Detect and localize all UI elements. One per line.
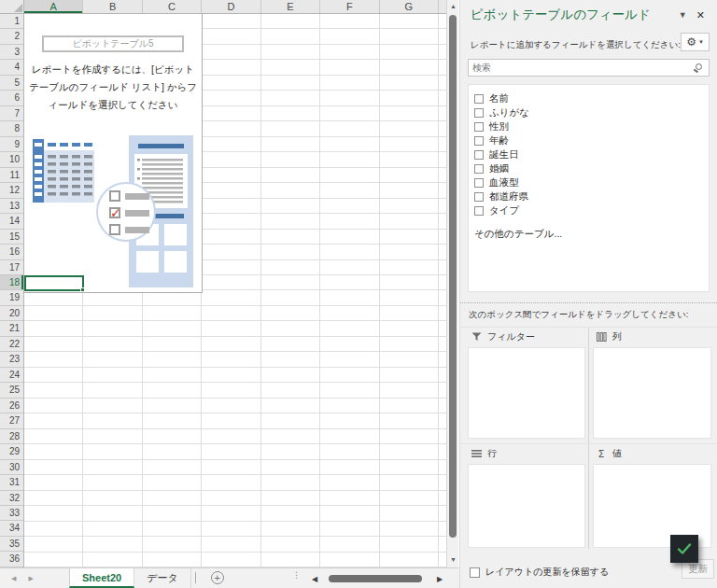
row-header-19[interactable]: 19: [0, 290, 23, 305]
field-label: 性別: [489, 120, 509, 133]
column-header-E[interactable]: E: [261, 0, 320, 13]
row-header-6[interactable]: 6: [0, 91, 23, 105]
gear-chevron-down-icon: ▼: [698, 39, 704, 45]
rows-drop-zone[interactable]: [468, 464, 585, 548]
row-header-25[interactable]: 25: [0, 383, 23, 398]
row-header-21[interactable]: 21: [0, 321, 23, 336]
horizontal-scroll-track[interactable]: [321, 571, 433, 586]
row-header-26[interactable]: 26: [0, 399, 23, 413]
field-item-年齢[interactable]: 年齢: [474, 133, 709, 147]
tools-gear-button[interactable]: ⚙ ▼: [681, 33, 710, 51]
field-checkbox[interactable]: [474, 206, 484, 216]
row-header-24[interactable]: 24: [0, 368, 23, 383]
active-cell-A18[interactable]: [24, 275, 84, 291]
row-header-27[interactable]: 27: [0, 413, 23, 428]
row-header-17[interactable]: 17: [0, 260, 23, 275]
vertical-scroll-thumb[interactable]: [449, 15, 457, 538]
field-checkbox[interactable]: [474, 94, 484, 104]
row-header-10[interactable]: 10: [0, 152, 23, 167]
column-header-D[interactable]: D: [202, 0, 260, 13]
row-header-35[interactable]: 35: [0, 537, 23, 552]
row-header-32[interactable]: 32: [0, 491, 23, 506]
row-header-1[interactable]: 1: [0, 14, 23, 29]
field-item-ふりがな[interactable]: ふりがな: [474, 105, 709, 119]
field-item-性別[interactable]: 性別: [474, 119, 709, 133]
row-header-8[interactable]: 8: [0, 121, 23, 136]
row-header-16[interactable]: 16: [0, 245, 23, 259]
field-checkbox[interactable]: [474, 108, 484, 118]
field-checkbox[interactable]: [474, 122, 484, 132]
add-sheet-button[interactable]: +: [211, 571, 224, 584]
field-item-誕生日[interactable]: 誕生日: [474, 147, 709, 161]
sheet-tab-bar: ◀ ▶ Sheet20 データ + ⋮ ◀ ▶: [0, 567, 459, 588]
fill-handle[interactable]: [80, 287, 85, 292]
pivot-instructions: レポートを作成するには、[ピボットテーブルのフィールド リスト] からフィールド…: [28, 61, 198, 114]
field-checkbox[interactable]: [474, 136, 484, 146]
column-header-partial[interactable]: [439, 0, 446, 13]
scroll-right-icon[interactable]: ▶: [433, 575, 446, 583]
field-item-婚姻[interactable]: 婚姻: [474, 161, 709, 175]
row-header-29[interactable]: 29: [0, 444, 23, 459]
columns-drop-zone[interactable]: [593, 347, 711, 439]
pane-close-icon[interactable]: ✕: [692, 7, 710, 23]
select-all-corner[interactable]: [0, 0, 24, 14]
horizontal-scrollbar[interactable]: ◀ ▶: [308, 571, 446, 586]
scroll-left-icon[interactable]: ◀: [308, 575, 321, 583]
row-header-2[interactable]: 2: [0, 29, 23, 44]
horizontal-scroll-thumb[interactable]: [329, 575, 422, 582]
column-headers: ABCDEFG: [24, 0, 446, 14]
row-header-34[interactable]: 34: [0, 521, 23, 536]
tab-nav-left-icon[interactable]: ◀: [11, 575, 16, 582]
scroll-up-icon[interactable]: ▲: [447, 0, 459, 12]
pane-options-chevron-down-icon[interactable]: ▼: [674, 8, 692, 21]
row-header-13[interactable]: 13: [0, 199, 23, 214]
field-item-名前[interactable]: 名前: [474, 91, 709, 105]
row-header-9[interactable]: 9: [0, 137, 23, 152]
row-header-4[interactable]: 4: [0, 60, 23, 75]
gear-icon: ⚙: [686, 36, 696, 48]
row-header-20[interactable]: 20: [0, 306, 23, 321]
field-label: タイプ: [489, 204, 519, 217]
row-header-33[interactable]: 33: [0, 506, 23, 521]
row-header-5[interactable]: 5: [0, 76, 23, 91]
tab-nav-right-icon[interactable]: ▶: [28, 575, 33, 582]
column-header-F[interactable]: F: [320, 0, 379, 13]
column-header-A[interactable]: A: [24, 0, 83, 13]
row-header-18[interactable]: 18: [0, 275, 23, 290]
row-header-30[interactable]: 30: [0, 460, 23, 475]
field-checkbox[interactable]: [474, 192, 484, 202]
pane-header: ピボットテーブルのフィールド ▼ ✕: [471, 7, 710, 23]
row-header-22[interactable]: 22: [0, 337, 23, 352]
row-header-7[interactable]: 7: [0, 106, 23, 121]
vertical-scrollbar[interactable]: ▲ ▼: [446, 0, 458, 567]
field-item-タイプ[interactable]: タイプ: [474, 203, 709, 217]
field-checkbox[interactable]: [474, 164, 484, 174]
row-header-3[interactable]: 3: [0, 45, 23, 60]
row-header-28[interactable]: 28: [0, 429, 23, 444]
sheet-tab-sheet20[interactable]: Sheet20: [69, 568, 134, 588]
field-item-都道府県[interactable]: 都道府県: [474, 189, 709, 203]
checkbox-circle-icon: ✓: [96, 182, 156, 242]
defer-layout-checkbox[interactable]: [470, 567, 480, 578]
more-tables-link[interactable]: その他のテーブル...: [474, 228, 709, 241]
column-header-B[interactable]: B: [83, 0, 142, 13]
scroll-down-icon[interactable]: ▼: [447, 553, 459, 566]
row-header-11[interactable]: 11: [0, 168, 23, 183]
row-header-23[interactable]: 23: [0, 352, 23, 367]
field-item-血液型[interactable]: 血液型: [474, 175, 709, 189]
column-header-G[interactable]: G: [380, 0, 439, 13]
row-header-36[interactable]: 36: [0, 552, 23, 567]
filters-drop-zone[interactable]: [468, 347, 585, 439]
scrollbar-splitter[interactable]: ⋮: [292, 573, 301, 577]
pivot-name-box: ピボットテーブル5: [42, 35, 184, 52]
row-header-15[interactable]: 15: [0, 230, 23, 245]
column-header-C[interactable]: C: [143, 0, 202, 13]
field-checkbox[interactable]: [474, 178, 484, 188]
row-header-31[interactable]: 31: [0, 475, 23, 490]
row-header-12[interactable]: 12: [0, 183, 23, 198]
row-header-14[interactable]: 14: [0, 214, 23, 229]
pivot-fields-pane: ピボットテーブルのフィールド ▼ ✕ レポートに追加するフィールドを選択してくだ…: [459, 0, 717, 588]
sheet-tab-data[interactable]: データ: [134, 568, 191, 588]
field-checkbox[interactable]: [474, 150, 484, 160]
field-search-box[interactable]: 検索: [468, 59, 710, 77]
